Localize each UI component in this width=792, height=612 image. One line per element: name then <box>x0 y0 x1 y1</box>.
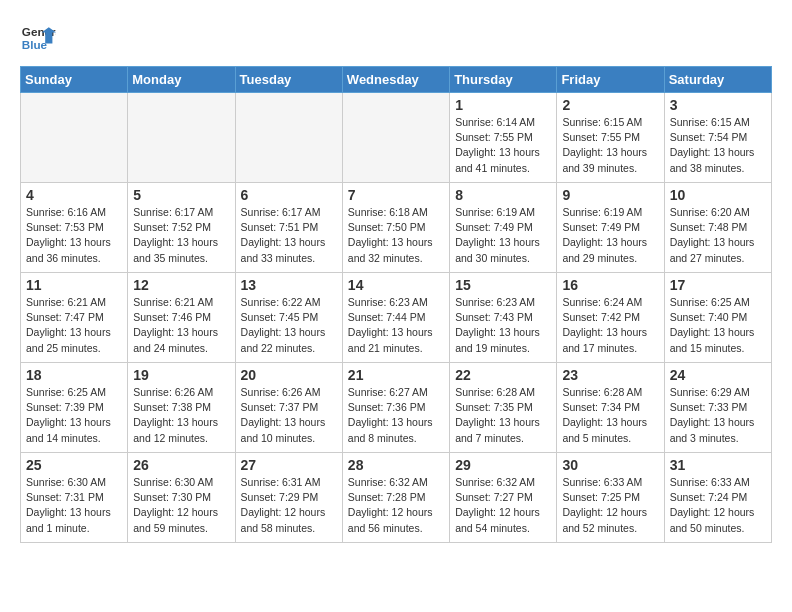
week-row-3: 11Sunrise: 6:21 AM Sunset: 7:47 PM Dayli… <box>21 273 772 363</box>
day-info: Sunrise: 6:21 AM Sunset: 7:47 PM Dayligh… <box>26 295 122 356</box>
day-info: Sunrise: 6:14 AM Sunset: 7:55 PM Dayligh… <box>455 115 551 176</box>
day-number: 13 <box>241 277 337 293</box>
day-info: Sunrise: 6:28 AM Sunset: 7:35 PM Dayligh… <box>455 385 551 446</box>
calendar-cell: 2Sunrise: 6:15 AM Sunset: 7:55 PM Daylig… <box>557 93 664 183</box>
calendar-cell: 8Sunrise: 6:19 AM Sunset: 7:49 PM Daylig… <box>450 183 557 273</box>
calendar-cell: 24Sunrise: 6:29 AM Sunset: 7:33 PM Dayli… <box>664 363 771 453</box>
day-info: Sunrise: 6:16 AM Sunset: 7:53 PM Dayligh… <box>26 205 122 266</box>
day-info: Sunrise: 6:25 AM Sunset: 7:39 PM Dayligh… <box>26 385 122 446</box>
calendar-cell: 1Sunrise: 6:14 AM Sunset: 7:55 PM Daylig… <box>450 93 557 183</box>
day-number: 10 <box>670 187 766 203</box>
day-info: Sunrise: 6:33 AM Sunset: 7:25 PM Dayligh… <box>562 475 658 536</box>
calendar-cell: 3Sunrise: 6:15 AM Sunset: 7:54 PM Daylig… <box>664 93 771 183</box>
day-number: 3 <box>670 97 766 113</box>
calendar-cell: 9Sunrise: 6:19 AM Sunset: 7:49 PM Daylig… <box>557 183 664 273</box>
day-number: 22 <box>455 367 551 383</box>
calendar-cell: 21Sunrise: 6:27 AM Sunset: 7:36 PM Dayli… <box>342 363 449 453</box>
week-row-2: 4Sunrise: 6:16 AM Sunset: 7:53 PM Daylig… <box>21 183 772 273</box>
day-info: Sunrise: 6:20 AM Sunset: 7:48 PM Dayligh… <box>670 205 766 266</box>
weekday-header-sunday: Sunday <box>21 67 128 93</box>
day-number: 31 <box>670 457 766 473</box>
day-number: 7 <box>348 187 444 203</box>
calendar-cell: 22Sunrise: 6:28 AM Sunset: 7:35 PM Dayli… <box>450 363 557 453</box>
calendar-cell: 31Sunrise: 6:33 AM Sunset: 7:24 PM Dayli… <box>664 453 771 543</box>
weekday-header-thursday: Thursday <box>450 67 557 93</box>
day-info: Sunrise: 6:26 AM Sunset: 7:37 PM Dayligh… <box>241 385 337 446</box>
day-number: 4 <box>26 187 122 203</box>
weekday-header-monday: Monday <box>128 67 235 93</box>
calendar-cell: 11Sunrise: 6:21 AM Sunset: 7:47 PM Dayli… <box>21 273 128 363</box>
calendar-cell <box>342 93 449 183</box>
day-info: Sunrise: 6:28 AM Sunset: 7:34 PM Dayligh… <box>562 385 658 446</box>
calendar-cell: 7Sunrise: 6:18 AM Sunset: 7:50 PM Daylig… <box>342 183 449 273</box>
day-number: 26 <box>133 457 229 473</box>
calendar-cell: 13Sunrise: 6:22 AM Sunset: 7:45 PM Dayli… <box>235 273 342 363</box>
day-info: Sunrise: 6:32 AM Sunset: 7:27 PM Dayligh… <box>455 475 551 536</box>
calendar-cell: 5Sunrise: 6:17 AM Sunset: 7:52 PM Daylig… <box>128 183 235 273</box>
calendar-cell: 25Sunrise: 6:30 AM Sunset: 7:31 PM Dayli… <box>21 453 128 543</box>
day-info: Sunrise: 6:17 AM Sunset: 7:51 PM Dayligh… <box>241 205 337 266</box>
day-info: Sunrise: 6:17 AM Sunset: 7:52 PM Dayligh… <box>133 205 229 266</box>
day-info: Sunrise: 6:15 AM Sunset: 7:55 PM Dayligh… <box>562 115 658 176</box>
day-info: Sunrise: 6:23 AM Sunset: 7:43 PM Dayligh… <box>455 295 551 356</box>
week-row-5: 25Sunrise: 6:30 AM Sunset: 7:31 PM Dayli… <box>21 453 772 543</box>
day-info: Sunrise: 6:15 AM Sunset: 7:54 PM Dayligh… <box>670 115 766 176</box>
day-number: 9 <box>562 187 658 203</box>
day-info: Sunrise: 6:30 AM Sunset: 7:30 PM Dayligh… <box>133 475 229 536</box>
day-number: 15 <box>455 277 551 293</box>
calendar-cell: 30Sunrise: 6:33 AM Sunset: 7:25 PM Dayli… <box>557 453 664 543</box>
logo: General Blue <box>20 20 56 56</box>
calendar-cell: 26Sunrise: 6:30 AM Sunset: 7:30 PM Dayli… <box>128 453 235 543</box>
calendar-cell: 18Sunrise: 6:25 AM Sunset: 7:39 PM Dayli… <box>21 363 128 453</box>
day-number: 28 <box>348 457 444 473</box>
calendar-cell: 17Sunrise: 6:25 AM Sunset: 7:40 PM Dayli… <box>664 273 771 363</box>
day-number: 14 <box>348 277 444 293</box>
calendar-cell: 12Sunrise: 6:21 AM Sunset: 7:46 PM Dayli… <box>128 273 235 363</box>
weekday-header-row: SundayMondayTuesdayWednesdayThursdayFrid… <box>21 67 772 93</box>
day-info: Sunrise: 6:26 AM Sunset: 7:38 PM Dayligh… <box>133 385 229 446</box>
weekday-header-saturday: Saturday <box>664 67 771 93</box>
week-row-1: 1Sunrise: 6:14 AM Sunset: 7:55 PM Daylig… <box>21 93 772 183</box>
day-number: 6 <box>241 187 337 203</box>
day-info: Sunrise: 6:19 AM Sunset: 7:49 PM Dayligh… <box>455 205 551 266</box>
day-number: 12 <box>133 277 229 293</box>
day-info: Sunrise: 6:27 AM Sunset: 7:36 PM Dayligh… <box>348 385 444 446</box>
calendar-cell: 4Sunrise: 6:16 AM Sunset: 7:53 PM Daylig… <box>21 183 128 273</box>
day-number: 1 <box>455 97 551 113</box>
day-number: 27 <box>241 457 337 473</box>
page-header: General Blue <box>20 20 772 56</box>
calendar-cell: 28Sunrise: 6:32 AM Sunset: 7:28 PM Dayli… <box>342 453 449 543</box>
weekday-header-tuesday: Tuesday <box>235 67 342 93</box>
day-number: 16 <box>562 277 658 293</box>
day-number: 25 <box>26 457 122 473</box>
day-number: 8 <box>455 187 551 203</box>
calendar-cell: 29Sunrise: 6:32 AM Sunset: 7:27 PM Dayli… <box>450 453 557 543</box>
day-info: Sunrise: 6:22 AM Sunset: 7:45 PM Dayligh… <box>241 295 337 356</box>
calendar-cell <box>128 93 235 183</box>
day-number: 24 <box>670 367 766 383</box>
calendar-cell: 16Sunrise: 6:24 AM Sunset: 7:42 PM Dayli… <box>557 273 664 363</box>
weekday-header-wednesday: Wednesday <box>342 67 449 93</box>
calendar-cell: 23Sunrise: 6:28 AM Sunset: 7:34 PM Dayli… <box>557 363 664 453</box>
day-info: Sunrise: 6:24 AM Sunset: 7:42 PM Dayligh… <box>562 295 658 356</box>
day-number: 23 <box>562 367 658 383</box>
day-number: 30 <box>562 457 658 473</box>
day-number: 21 <box>348 367 444 383</box>
day-number: 5 <box>133 187 229 203</box>
calendar-cell: 19Sunrise: 6:26 AM Sunset: 7:38 PM Dayli… <box>128 363 235 453</box>
day-number: 19 <box>133 367 229 383</box>
day-number: 20 <box>241 367 337 383</box>
calendar-cell: 14Sunrise: 6:23 AM Sunset: 7:44 PM Dayli… <box>342 273 449 363</box>
calendar-cell: 6Sunrise: 6:17 AM Sunset: 7:51 PM Daylig… <box>235 183 342 273</box>
day-info: Sunrise: 6:25 AM Sunset: 7:40 PM Dayligh… <box>670 295 766 356</box>
day-number: 2 <box>562 97 658 113</box>
day-info: Sunrise: 6:21 AM Sunset: 7:46 PM Dayligh… <box>133 295 229 356</box>
day-info: Sunrise: 6:33 AM Sunset: 7:24 PM Dayligh… <box>670 475 766 536</box>
day-info: Sunrise: 6:29 AM Sunset: 7:33 PM Dayligh… <box>670 385 766 446</box>
week-row-4: 18Sunrise: 6:25 AM Sunset: 7:39 PM Dayli… <box>21 363 772 453</box>
calendar-cell: 15Sunrise: 6:23 AM Sunset: 7:43 PM Dayli… <box>450 273 557 363</box>
calendar-cell: 20Sunrise: 6:26 AM Sunset: 7:37 PM Dayli… <box>235 363 342 453</box>
day-info: Sunrise: 6:30 AM Sunset: 7:31 PM Dayligh… <box>26 475 122 536</box>
svg-text:Blue: Blue <box>22 38 48 51</box>
calendar-cell <box>235 93 342 183</box>
